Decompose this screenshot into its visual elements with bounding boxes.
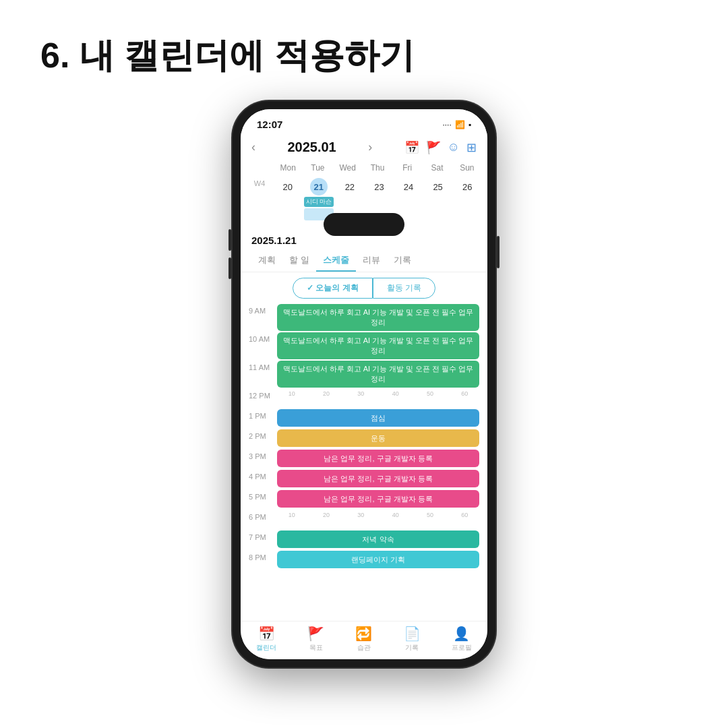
schedule-row-3pm: 3 PM 남은 업무 정리, 구글 개발자 등록 (249, 450, 479, 468)
emoji-icon[interactable]: ☺ (448, 140, 460, 154)
nav-calendar-icon: 📅 (258, 626, 275, 642)
schedule-row-5pm: 5 PM 남은 업무 정리, 구글 개발자 등록 (249, 490, 479, 509)
tab-record[interactable]: 기록 (387, 249, 418, 272)
event-5pm: 남은 업무 정리, 구글 개발자 등록 (277, 490, 479, 508)
schedule-row-12pm: 12 PM 10 20 30 40 50 60 (249, 389, 479, 408)
tab-todo[interactable]: 할 일 (282, 249, 316, 272)
day-tue: Tue (303, 160, 332, 175)
tick-40: 40 (381, 390, 410, 397)
date-num-26: 26 (458, 178, 476, 195)
date-num-23: 23 (370, 178, 388, 195)
nav-record[interactable]: 📄 기록 (404, 626, 421, 653)
tick-6-50: 50 (415, 512, 444, 518)
activity-toggle[interactable]: 활동 기록 (373, 278, 435, 299)
week-label: W4 (246, 175, 273, 229)
schedule-row-7pm: 7 PM 저녁 약속 (249, 530, 479, 549)
nav-profile[interactable]: 👤 프로필 (452, 626, 472, 653)
date-cell-25[interactable]: 25 (423, 175, 453, 229)
event-11am: 맥도날드에서 하루 회고 AI 기능 개발 및 오픈 전 필수 업무 정리 (277, 361, 479, 388)
today-plan-toggle[interactable]: ✓ 오늘의 계획 (293, 278, 373, 299)
event-9am: 맥도날드에서 하루 회고 AI 기능 개발 및 오픈 전 필수 업무 정리 (277, 304, 479, 331)
tab-schedule[interactable]: 스케줄 (316, 249, 356, 272)
phone-frame: 12:07 ···· 📶 ▪ ‹ 2025.01 › 📅 🚩 ☺ ⊞ Mon (233, 101, 495, 667)
schedule-row-8pm: 8 PM 랜딩페이지 기획 (249, 551, 479, 570)
dynamic-island (324, 213, 404, 236)
grid-icon[interactable]: ⊞ (466, 140, 477, 155)
date-num-25: 25 (429, 178, 447, 195)
event-1pm: 점심 (277, 409, 479, 427)
tick-50: 50 (415, 390, 444, 397)
page-title: 6. 내 캘린더에 적용하기 (40, 32, 415, 80)
event-4pm: 남은 업무 정리, 구글 개발자 등록 (277, 470, 479, 487)
nav-profile-icon: 👤 (453, 626, 470, 642)
power-button (497, 236, 499, 268)
time-10am: 10 AM (249, 332, 277, 343)
nav-record-icon: 📄 (404, 626, 421, 642)
event-7pm: 저녁 약속 (277, 530, 479, 548)
tick-30: 30 (346, 390, 375, 397)
vol-down-button (229, 257, 231, 279)
date-num-20: 20 (279, 178, 297, 195)
toggle-row: ✓ 오늘의 계획 활동 기록 (241, 272, 487, 304)
tick-6-60: 60 (450, 512, 479, 518)
tick-6-30: 30 (346, 512, 375, 518)
tab-review[interactable]: 리뷰 (356, 249, 387, 272)
signal-icon: ···· (442, 120, 451, 129)
schedule-row-11am: 11 AM 맥도날드에서 하루 회고 AI 기능 개발 및 오픈 전 필수 업무… (249, 361, 479, 388)
day-sun: Sun (452, 160, 482, 175)
nav-habit-label: 습관 (357, 643, 371, 653)
tabs-row: 계획 할 일 스케줄 리뷰 기록 (241, 249, 487, 272)
flag-icon[interactable]: 🚩 (426, 140, 441, 155)
calendar-header: ‹ 2025.01 › 📅 🚩 ☺ ⊞ (241, 134, 487, 160)
tick-10: 10 (277, 390, 306, 397)
nav-goal-icon: 🚩 (307, 626, 324, 642)
nav-profile-label: 프로필 (452, 643, 472, 653)
next-month-button[interactable]: › (368, 140, 372, 154)
tick-6-20: 20 (311, 512, 340, 518)
date-num-24: 24 (400, 178, 417, 195)
status-time: 12:07 (257, 119, 282, 130)
time-7pm: 7 PM (249, 530, 277, 541)
nav-habit-icon: 🔁 (355, 626, 372, 642)
nav-goal[interactable]: 🚩 목표 (307, 626, 324, 653)
date-num-22: 22 (341, 178, 359, 195)
schedule-row-6pm: 6 PM 10 20 30 40 50 60 (249, 510, 479, 529)
wifi-icon: 📶 (455, 120, 465, 129)
status-icons: ···· 📶 ▪ (442, 120, 471, 129)
calendar-icon[interactable]: 📅 (404, 140, 419, 155)
time-8pm: 8 PM (249, 551, 277, 562)
day-fri: Fri (392, 160, 422, 175)
tick-20: 20 (311, 390, 340, 397)
schedule-row-10am: 10 AM 맥도날드에서 하루 회고 AI 기능 개발 및 오픈 전 필수 업무… (249, 332, 479, 359)
vol-up-button (229, 229, 231, 251)
event-2pm: 운동 (277, 429, 479, 447)
time-6pm: 6 PM (249, 510, 277, 521)
time-1pm: 1 PM (249, 409, 277, 420)
time-3pm: 3 PM (249, 450, 277, 460)
day-sat: Sat (422, 160, 452, 175)
status-bar: 12:07 ···· 📶 ▪ (241, 109, 487, 134)
nav-calendar-label: 캘린더 (256, 643, 276, 653)
timeline-6pm: 10 20 30 40 50 60 (277, 510, 479, 520)
time-9am: 9 AM (249, 304, 277, 315)
time-4pm: 4 PM (249, 470, 277, 481)
event-10am: 맥도날드에서 하루 회고 AI 기능 개발 및 오픈 전 필수 업무 정리 (277, 332, 479, 359)
event-3pm: 남은 업무 정리, 구글 개발자 등록 (277, 450, 479, 467)
time-5pm: 5 PM (249, 490, 277, 501)
date-cell-20[interactable]: 20 (273, 175, 303, 229)
event-8pm: 랜딩페이지 기획 (277, 551, 479, 568)
event-chip-21: 시디 마슨 (304, 197, 334, 207)
date-cell-26[interactable]: 26 (452, 175, 482, 229)
day-thu: Thu (363, 160, 392, 175)
timeline-12pm: 10 20 30 40 50 60 (277, 389, 479, 398)
time-2pm: 2 PM (249, 429, 277, 440)
prev-month-button[interactable]: ‹ (251, 140, 255, 154)
battery-icon: ▪ (468, 120, 471, 129)
schedule-area[interactable]: 9 AM 맥도날드에서 하루 회고 AI 기능 개발 및 오픈 전 필수 업무 … (241, 304, 487, 621)
schedule-row-2pm: 2 PM 운동 (249, 429, 479, 448)
tab-plan[interactable]: 계획 (251, 249, 282, 272)
day-mon: Mon (273, 160, 303, 175)
nav-habit[interactable]: 🔁 습관 (355, 626, 372, 653)
days-header: Mon Tue Wed Thu Fri Sat Sun (241, 160, 487, 175)
nav-calendar[interactable]: 📅 캘린더 (256, 626, 276, 653)
